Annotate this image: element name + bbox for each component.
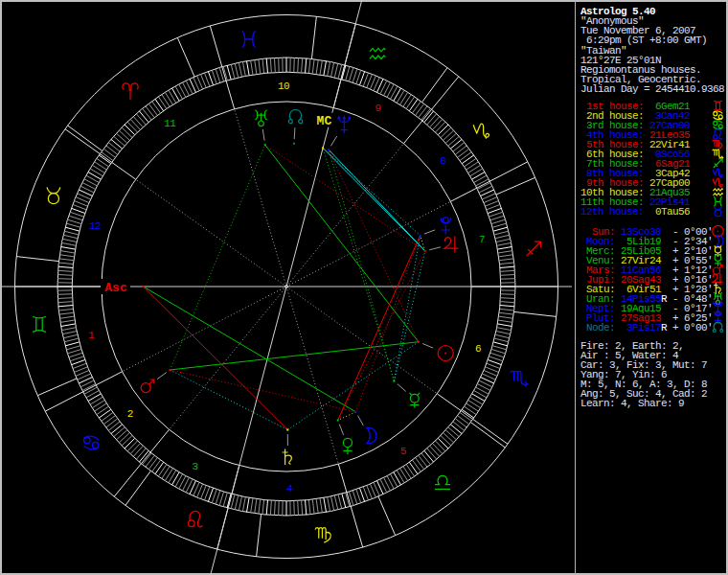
svg-text:4: 4 [286, 483, 293, 494]
svg-text:3: 3 [192, 461, 197, 472]
svg-text:10: 10 [278, 80, 289, 92]
svg-text:R: R [661, 322, 668, 334]
svg-text:8: 8 [440, 155, 445, 167]
svg-text:3Pis17: 3Pis17 [621, 322, 661, 334]
svg-text:1: 1 [88, 330, 95, 341]
svg-text:R: R [661, 293, 668, 305]
svg-text:11: 11 [164, 118, 176, 129]
svg-text:Julian Day = 2454410.9368: Julian Day = 2454410.9368 [580, 83, 724, 95]
svg-text:12th house:: 12th house: [580, 206, 644, 218]
svg-text:5: 5 [400, 446, 406, 457]
svg-text:+ 0°00': + 0°00' [672, 322, 713, 334]
svg-text:Asc: Asc [104, 281, 127, 295]
svg-text:6: 6 [475, 343, 481, 355]
svg-text:Node:: Node: [580, 322, 615, 334]
svg-text:MC: MC [317, 114, 332, 128]
svg-text:9: 9 [375, 103, 380, 114]
svg-text:Learn: 4, Share: 9: Learn: 4, Share: 9 [580, 398, 684, 409]
svg-text:2: 2 [127, 408, 133, 420]
svg-text:0Tau56: 0Tau56 [649, 206, 690, 218]
svg-text:7: 7 [479, 234, 485, 245]
svg-text:12: 12 [89, 220, 101, 232]
